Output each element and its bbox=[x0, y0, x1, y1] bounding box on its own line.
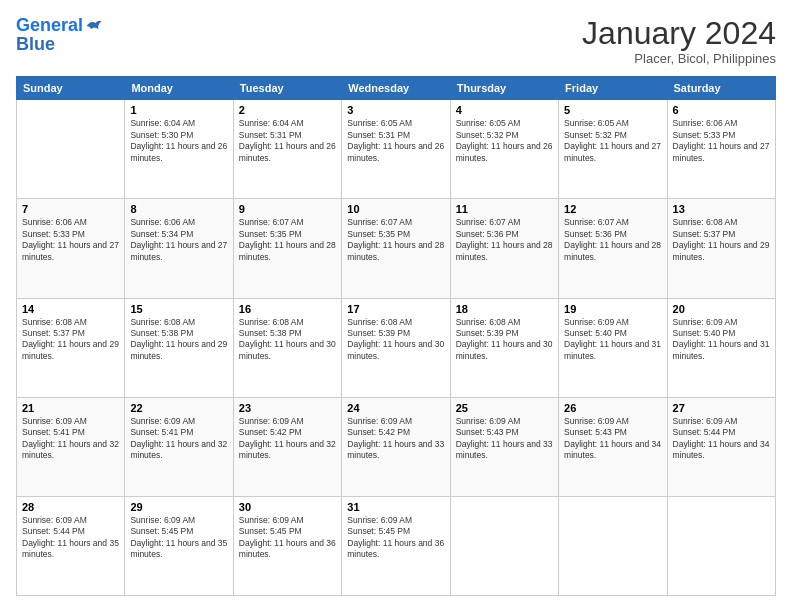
calendar-header-row: SundayMondayTuesdayWednesdayThursdayFrid… bbox=[17, 77, 776, 100]
day-info: Sunrise: 6:09 AMSunset: 5:45 PMDaylight:… bbox=[130, 515, 227, 561]
calendar-cell: 29Sunrise: 6:09 AMSunset: 5:45 PMDayligh… bbox=[125, 496, 233, 595]
sunset-text: Sunset: 5:43 PM bbox=[564, 427, 627, 437]
calendar-cell: 4Sunrise: 6:05 AMSunset: 5:32 PMDaylight… bbox=[450, 100, 558, 199]
day-number: 18 bbox=[456, 303, 553, 315]
day-info: Sunrise: 6:07 AMSunset: 5:36 PMDaylight:… bbox=[564, 217, 661, 263]
daylight-text: Daylight: 11 hours and 34 minutes. bbox=[564, 439, 661, 460]
daylight-text: Daylight: 11 hours and 29 minutes. bbox=[130, 339, 227, 360]
month-title: January 2024 bbox=[582, 16, 776, 51]
sunrise-text: Sunrise: 6:09 AM bbox=[239, 515, 304, 525]
sunrise-text: Sunrise: 6:08 AM bbox=[130, 317, 195, 327]
sunset-text: Sunset: 5:45 PM bbox=[347, 526, 410, 536]
logo: General Blue bbox=[16, 16, 103, 55]
calendar-cell: 8Sunrise: 6:06 AMSunset: 5:34 PMDaylight… bbox=[125, 199, 233, 298]
day-number: 13 bbox=[673, 203, 770, 215]
calendar-cell: 27Sunrise: 6:09 AMSunset: 5:44 PMDayligh… bbox=[667, 397, 775, 496]
daylight-text: Daylight: 11 hours and 30 minutes. bbox=[456, 339, 553, 360]
day-info: Sunrise: 6:09 AMSunset: 5:45 PMDaylight:… bbox=[239, 515, 336, 561]
sunset-text: Sunset: 5:35 PM bbox=[239, 229, 302, 239]
col-header-sunday: Sunday bbox=[17, 77, 125, 100]
sunrise-text: Sunrise: 6:04 AM bbox=[239, 118, 304, 128]
sunset-text: Sunset: 5:31 PM bbox=[347, 130, 410, 140]
sunset-text: Sunset: 5:45 PM bbox=[130, 526, 193, 536]
day-info: Sunrise: 6:05 AMSunset: 5:32 PMDaylight:… bbox=[456, 118, 553, 164]
day-number: 19 bbox=[564, 303, 661, 315]
day-number: 12 bbox=[564, 203, 661, 215]
sunset-text: Sunset: 5:35 PM bbox=[347, 229, 410, 239]
daylight-text: Daylight: 11 hours and 33 minutes. bbox=[456, 439, 553, 460]
calendar-cell: 17Sunrise: 6:08 AMSunset: 5:39 PMDayligh… bbox=[342, 298, 450, 397]
calendar-cell: 18Sunrise: 6:08 AMSunset: 5:39 PMDayligh… bbox=[450, 298, 558, 397]
sunset-text: Sunset: 5:38 PM bbox=[130, 328, 193, 338]
sunrise-text: Sunrise: 6:05 AM bbox=[564, 118, 629, 128]
day-info: Sunrise: 6:06 AMSunset: 5:34 PMDaylight:… bbox=[130, 217, 227, 263]
sunrise-text: Sunrise: 6:06 AM bbox=[673, 118, 738, 128]
sunset-text: Sunset: 5:31 PM bbox=[239, 130, 302, 140]
sunset-text: Sunset: 5:33 PM bbox=[673, 130, 736, 140]
day-number: 11 bbox=[456, 203, 553, 215]
calendar-cell: 2Sunrise: 6:04 AMSunset: 5:31 PMDaylight… bbox=[233, 100, 341, 199]
daylight-text: Daylight: 11 hours and 35 minutes. bbox=[22, 538, 119, 559]
col-header-wednesday: Wednesday bbox=[342, 77, 450, 100]
calendar-week-4: 21Sunrise: 6:09 AMSunset: 5:41 PMDayligh… bbox=[17, 397, 776, 496]
col-header-thursday: Thursday bbox=[450, 77, 558, 100]
sunset-text: Sunset: 5:45 PM bbox=[239, 526, 302, 536]
calendar-cell: 1Sunrise: 6:04 AMSunset: 5:30 PMDaylight… bbox=[125, 100, 233, 199]
calendar-cell bbox=[450, 496, 558, 595]
calendar-table: SundayMondayTuesdayWednesdayThursdayFrid… bbox=[16, 76, 776, 596]
sunrise-text: Sunrise: 6:05 AM bbox=[347, 118, 412, 128]
day-info: Sunrise: 6:09 AMSunset: 5:43 PMDaylight:… bbox=[456, 416, 553, 462]
day-info: Sunrise: 6:09 AMSunset: 5:44 PMDaylight:… bbox=[22, 515, 119, 561]
col-header-saturday: Saturday bbox=[667, 77, 775, 100]
calendar-cell: 3Sunrise: 6:05 AMSunset: 5:31 PMDaylight… bbox=[342, 100, 450, 199]
day-info: Sunrise: 6:08 AMSunset: 5:38 PMDaylight:… bbox=[130, 317, 227, 363]
sunrise-text: Sunrise: 6:08 AM bbox=[239, 317, 304, 327]
daylight-text: Daylight: 11 hours and 29 minutes. bbox=[22, 339, 119, 360]
calendar-cell bbox=[17, 100, 125, 199]
calendar-cell bbox=[559, 496, 667, 595]
sunrise-text: Sunrise: 6:08 AM bbox=[673, 217, 738, 227]
calendar-week-5: 28Sunrise: 6:09 AMSunset: 5:44 PMDayligh… bbox=[17, 496, 776, 595]
daylight-text: Daylight: 11 hours and 28 minutes. bbox=[564, 240, 661, 261]
col-header-monday: Monday bbox=[125, 77, 233, 100]
day-number: 9 bbox=[239, 203, 336, 215]
sunset-text: Sunset: 5:34 PM bbox=[130, 229, 193, 239]
sunrise-text: Sunrise: 6:07 AM bbox=[456, 217, 521, 227]
daylight-text: Daylight: 11 hours and 31 minutes. bbox=[673, 339, 770, 360]
day-number: 6 bbox=[673, 104, 770, 116]
daylight-text: Daylight: 11 hours and 26 minutes. bbox=[130, 141, 227, 162]
daylight-text: Daylight: 11 hours and 30 minutes. bbox=[239, 339, 336, 360]
sunrise-text: Sunrise: 6:09 AM bbox=[564, 317, 629, 327]
calendar-cell: 21Sunrise: 6:09 AMSunset: 5:41 PMDayligh… bbox=[17, 397, 125, 496]
col-header-friday: Friday bbox=[559, 77, 667, 100]
calendar-cell: 12Sunrise: 6:07 AMSunset: 5:36 PMDayligh… bbox=[559, 199, 667, 298]
day-number: 26 bbox=[564, 402, 661, 414]
daylight-text: Daylight: 11 hours and 26 minutes. bbox=[456, 141, 553, 162]
calendar-week-2: 7Sunrise: 6:06 AMSunset: 5:33 PMDaylight… bbox=[17, 199, 776, 298]
day-info: Sunrise: 6:09 AMSunset: 5:43 PMDaylight:… bbox=[564, 416, 661, 462]
day-info: Sunrise: 6:07 AMSunset: 5:36 PMDaylight:… bbox=[456, 217, 553, 263]
day-number: 2 bbox=[239, 104, 336, 116]
sunset-text: Sunset: 5:37 PM bbox=[22, 328, 85, 338]
sunset-text: Sunset: 5:44 PM bbox=[673, 427, 736, 437]
sunrise-text: Sunrise: 6:07 AM bbox=[564, 217, 629, 227]
day-info: Sunrise: 6:06 AMSunset: 5:33 PMDaylight:… bbox=[22, 217, 119, 263]
day-number: 10 bbox=[347, 203, 444, 215]
day-number: 14 bbox=[22, 303, 119, 315]
day-info: Sunrise: 6:09 AMSunset: 5:42 PMDaylight:… bbox=[239, 416, 336, 462]
sunrise-text: Sunrise: 6:09 AM bbox=[239, 416, 304, 426]
calendar-cell: 7Sunrise: 6:06 AMSunset: 5:33 PMDaylight… bbox=[17, 199, 125, 298]
day-number: 1 bbox=[130, 104, 227, 116]
day-info: Sunrise: 6:08 AMSunset: 5:39 PMDaylight:… bbox=[456, 317, 553, 363]
day-info: Sunrise: 6:09 AMSunset: 5:44 PMDaylight:… bbox=[673, 416, 770, 462]
daylight-text: Daylight: 11 hours and 28 minutes. bbox=[239, 240, 336, 261]
sunset-text: Sunset: 5:42 PM bbox=[239, 427, 302, 437]
sunset-text: Sunset: 5:41 PM bbox=[130, 427, 193, 437]
sunset-text: Sunset: 5:39 PM bbox=[347, 328, 410, 338]
calendar-cell: 6Sunrise: 6:06 AMSunset: 5:33 PMDaylight… bbox=[667, 100, 775, 199]
calendar-cell: 15Sunrise: 6:08 AMSunset: 5:38 PMDayligh… bbox=[125, 298, 233, 397]
daylight-text: Daylight: 11 hours and 29 minutes. bbox=[673, 240, 770, 261]
sunset-text: Sunset: 5:36 PM bbox=[564, 229, 627, 239]
day-number: 23 bbox=[239, 402, 336, 414]
daylight-text: Daylight: 11 hours and 32 minutes. bbox=[239, 439, 336, 460]
